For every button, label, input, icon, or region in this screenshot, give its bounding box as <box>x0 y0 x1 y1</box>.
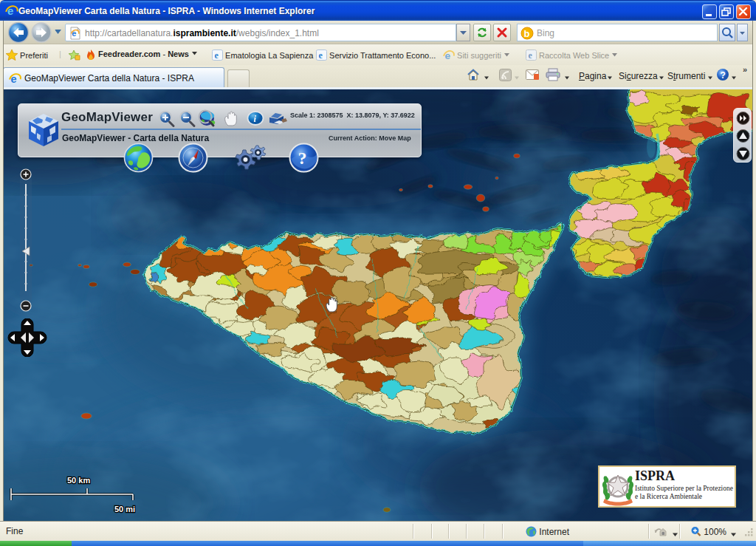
svg-text:?: ? <box>721 70 726 81</box>
svg-text:i: i <box>254 113 257 124</box>
svg-text:e: e <box>529 50 533 61</box>
svg-text:50 mi: 50 mi <box>114 505 135 513</box>
svg-text:b: b <box>524 28 530 39</box>
svg-text:?: ? <box>298 149 307 168</box>
svg-text:50 km: 50 km <box>67 476 90 485</box>
svg-text:e: e <box>319 50 323 61</box>
svg-text:e: e <box>215 50 219 61</box>
